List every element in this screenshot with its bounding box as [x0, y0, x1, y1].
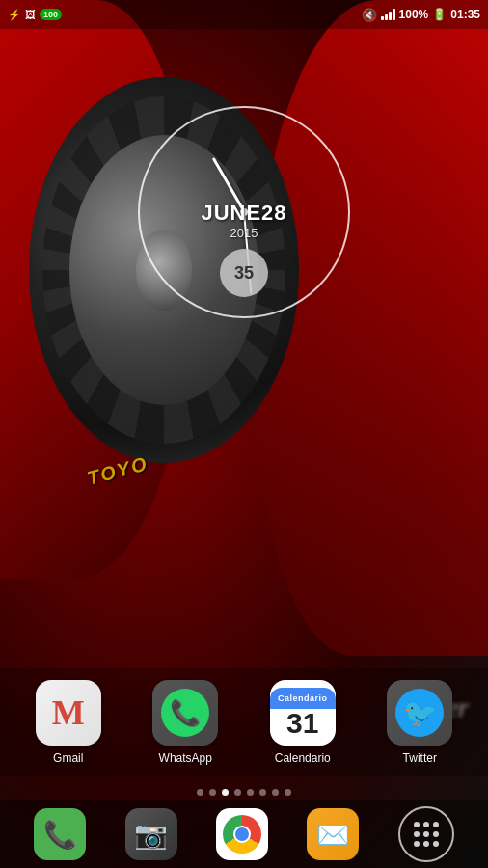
mute-icon: 🔇	[362, 8, 377, 22]
toolbar-chrome[interactable]	[216, 808, 268, 860]
page-dot-5[interactable]	[247, 789, 254, 796]
battery-icon: 🔋	[432, 8, 447, 21]
app-twitter[interactable]: 🐦 Twitter	[387, 680, 452, 765]
battery-percent: 100%	[399, 8, 429, 21]
camera-icon: 📷	[134, 819, 168, 851]
twitter-label: Twitter	[403, 751, 437, 765]
grid-dot-3	[433, 822, 439, 827]
whatsapp-label: WhatsApp	[159, 751, 212, 765]
phone-icon: 📞	[43, 819, 77, 851]
page-dot-2[interactable]	[209, 789, 216, 796]
grid-dot-4	[414, 831, 420, 837]
usb-icon: ⚡	[8, 9, 21, 21]
app-gmail[interactable]: M Gmail	[36, 680, 101, 765]
twitter-bird: 🐦	[395, 689, 444, 737]
clock-date: JUNE28 2015	[201, 201, 286, 240]
status-time: 01:35	[450, 8, 480, 21]
signal-bars	[381, 9, 395, 20]
grid-dot-8	[423, 841, 429, 847]
grid-dot-1	[414, 822, 420, 827]
calendario-label: Calendario	[275, 751, 331, 765]
page-dot-1[interactable]	[197, 789, 203, 796]
status-left: ⚡ 🖼 100	[8, 9, 62, 21]
chrome-inner-circle	[233, 826, 251, 843]
twitter-icon: 🐦	[387, 680, 452, 746]
battery-badge: 100	[40, 9, 62, 20]
page-dot-6[interactable]	[259, 789, 266, 796]
page-dot-3[interactable]	[222, 789, 229, 796]
cal-header: Calendario	[270, 688, 336, 709]
app-dock: M Gmail 📞 WhatsApp Calendario 31 Calenda…	[0, 668, 488, 776]
grid-dot-7	[414, 841, 420, 847]
grid-dot-6	[433, 831, 439, 837]
page-dot-4[interactable]	[234, 789, 241, 796]
clock-year: 2015	[201, 226, 286, 240]
status-right: 🔇 100% 🔋 01:35	[362, 8, 480, 22]
chrome-icon	[223, 815, 261, 854]
whatsapp-circle: 📞	[161, 689, 209, 737]
status-bar: ⚡ 🖼 100 🔇 100% 🔋 01:35	[0, 0, 488, 29]
apps-grid-icon	[404, 812, 448, 856]
minutes-bubble: 35	[220, 249, 268, 297]
clock-widget: JUNE28 2015 35	[138, 106, 350, 318]
image-icon: 🖼	[25, 9, 36, 20]
page-dot-8[interactable]	[285, 789, 291, 796]
page-dot-7[interactable]	[272, 789, 279, 796]
calendario-icon: Calendario 31	[270, 680, 336, 746]
mail-icon: ✉️	[316, 819, 350, 851]
gmail-m-letter: M	[52, 692, 85, 733]
grid-dot-9	[433, 841, 439, 847]
toolbar-camera[interactable]: 📷	[125, 808, 177, 860]
cal-number: 31	[286, 709, 318, 738]
clock-month-day: JUNE28	[201, 201, 286, 226]
app-calendario[interactable]: Calendario 31 Calendario	[270, 680, 336, 765]
bottom-toolbar: 📞 📷 ✉️	[0, 800, 488, 868]
grid-dot-5	[423, 831, 429, 837]
twitter-bird-icon: 🐦	[403, 697, 437, 729]
toolbar-mail[interactable]: ✉️	[307, 808, 359, 860]
app-whatsapp[interactable]: 📞 WhatsApp	[152, 680, 218, 765]
page-indicators	[0, 789, 488, 796]
whatsapp-icon: 📞	[152, 680, 218, 746]
toolbar-apps[interactable]	[398, 806, 454, 862]
gmail-icon: M	[36, 680, 101, 746]
grid-dot-2	[423, 822, 429, 827]
whatsapp-phone-icon: 📞	[170, 698, 201, 728]
tire-brand: TOYO	[85, 452, 150, 490]
toolbar-phone[interactable]: 📞	[34, 808, 86, 860]
gmail-label: Gmail	[53, 751, 83, 765]
